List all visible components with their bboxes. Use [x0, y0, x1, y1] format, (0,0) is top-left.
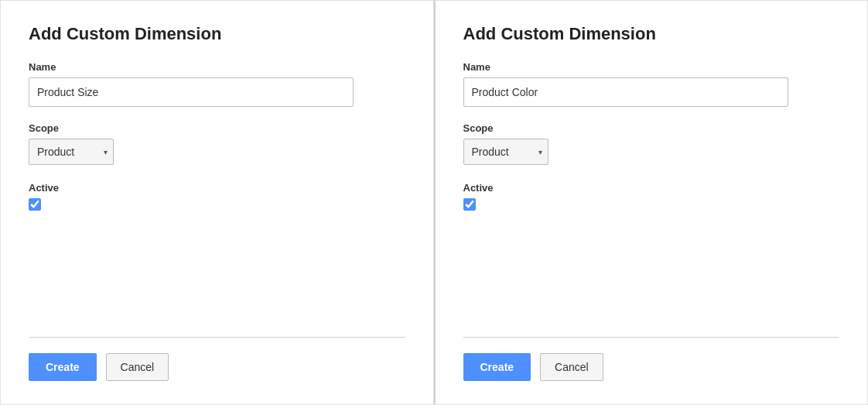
- panel-2-checkbox-wrapper: [463, 198, 840, 211]
- panel-1-name-input[interactable]: [29, 77, 354, 107]
- panel-1: Add Custom Dimension Name Scope Product …: [0, 0, 434, 405]
- panel-2-scope-label: Scope: [463, 122, 840, 134]
- panel-1-active-checkbox[interactable]: [29, 198, 41, 211]
- panel-1-cancel-button[interactable]: Cancel: [106, 353, 169, 381]
- panel-1-create-button[interactable]: Create: [29, 353, 97, 381]
- panel-2-scope-wrapper: Product Session User Hit ▾: [463, 139, 548, 165]
- panel-2-scope-select[interactable]: Product Session User Hit: [463, 139, 548, 165]
- panel-1-checkbox-wrapper: [29, 198, 405, 211]
- panel-1-active-label: Active: [29, 182, 405, 194]
- panel-2-cancel-button[interactable]: Cancel: [540, 353, 603, 381]
- panel-1-divider: [29, 337, 405, 338]
- panel-1-title: Add Custom Dimension: [29, 24, 405, 44]
- panel-2-button-row: Create Cancel: [463, 353, 840, 381]
- panel-2-title: Add Custom Dimension: [463, 24, 840, 44]
- panel-2-active-checkbox[interactable]: [463, 198, 476, 211]
- panel-2: Add Custom Dimension Name Scope Product …: [434, 0, 869, 405]
- panel-1-scope-select[interactable]: Product Session User Hit: [29, 139, 114, 165]
- panel-2-create-button[interactable]: Create: [463, 353, 531, 381]
- panel-2-name-input[interactable]: [463, 77, 788, 107]
- panel-2-divider: [463, 337, 840, 338]
- panel-2-active-label: Active: [463, 182, 840, 194]
- panel-1-name-label: Name: [29, 61, 405, 73]
- panel-1-button-row: Create Cancel: [29, 353, 405, 381]
- panel-1-scope-wrapper: Product Session User Hit ▾: [29, 139, 114, 165]
- panel-2-name-label: Name: [463, 61, 840, 73]
- panel-1-scope-label: Scope: [29, 122, 405, 134]
